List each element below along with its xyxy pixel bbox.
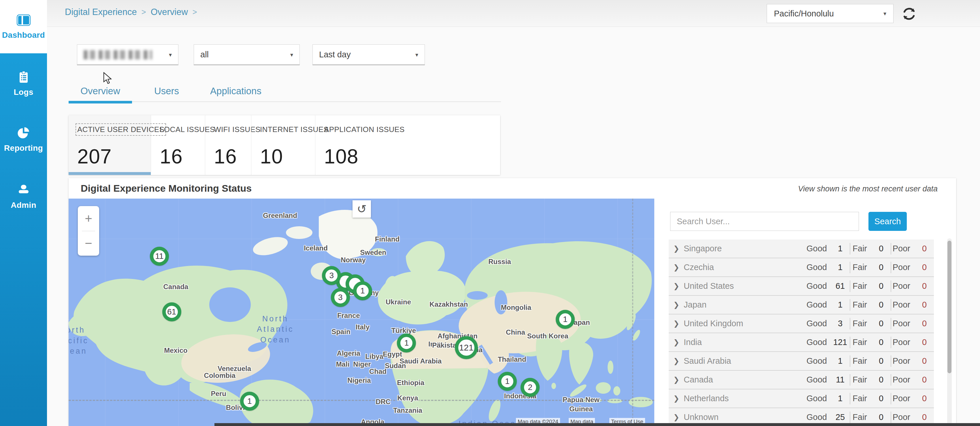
- fair-value: 0: [872, 319, 891, 328]
- fair-value: 0: [872, 375, 891, 385]
- poor-label: Poor: [891, 412, 915, 422]
- sidebar: Dashboard Logs Reporting Admin: [0, 0, 47, 426]
- chevron-right-icon[interactable]: ❯: [669, 320, 684, 328]
- chevron-down-icon: ▾: [290, 51, 293, 58]
- map-place-label: Papua New Guinea: [563, 395, 600, 414]
- country-row[interactable]: ❯ India Good 121 Fair 0 Poor 0: [669, 333, 934, 352]
- country-row[interactable]: ❯ Canada Good 11 Fair 0 Poor 0: [669, 371, 934, 389]
- chevron-right-icon[interactable]: ❯: [669, 282, 684, 290]
- map-cluster-marker[interactable]: 61: [162, 302, 181, 321]
- good-label: Good: [807, 394, 831, 403]
- country-row[interactable]: ❯ Netherlands Good 1 Fair 0 Poor 0: [669, 389, 934, 408]
- time-range-select[interactable]: Last day ▾: [312, 45, 425, 65]
- refresh-button[interactable]: [901, 6, 917, 22]
- map-place-label: Egypt: [383, 350, 402, 359]
- map-cluster-marker[interactable]: 11: [150, 247, 169, 266]
- stat-cell[interactable]: INTERNET ISSUES 10: [251, 115, 315, 175]
- map-place-label: Peru: [211, 389, 226, 398]
- map-place-label: Ukraine: [386, 297, 411, 307]
- stat-value: 10: [260, 145, 315, 168]
- breadcrumb-separator: >: [142, 8, 146, 17]
- stat-value: 16: [214, 145, 251, 168]
- chevron-right-icon[interactable]: ❯: [669, 413, 684, 421]
- poor-value: 0: [915, 244, 934, 253]
- sidebar-item-dashboard[interactable]: Dashboard: [0, 0, 47, 53]
- reporting-icon: [16, 127, 31, 140]
- map-place-label: Mongolia: [501, 303, 531, 312]
- search-input[interactable]: [670, 212, 859, 231]
- tab-overview[interactable]: Overview: [68, 81, 132, 102]
- zoom-in-button[interactable]: +: [78, 206, 99, 231]
- scope-filter-select[interactable]: all ▾: [194, 45, 300, 65]
- fair-value: 0: [872, 356, 891, 366]
- poor-value: 0: [915, 356, 934, 366]
- chevron-down-icon: ▾: [169, 51, 172, 58]
- good-label: Good: [807, 262, 831, 272]
- map-cluster-marker[interactable]: 121: [455, 336, 478, 359]
- sidebar-item-reporting[interactable]: Reporting: [0, 122, 47, 157]
- sidebar-item-admin[interactable]: Admin: [0, 179, 47, 215]
- chevron-right-icon[interactable]: ❯: [669, 375, 684, 384]
- tab-bar: OverviewUsersApplications: [68, 81, 501, 102]
- stat-cell[interactable]: ACTIVE USER DEVICES 207: [68, 115, 151, 175]
- chevron-right-icon[interactable]: ❯: [669, 357, 684, 365]
- stat-label: APPLICATION ISSUES: [324, 125, 405, 134]
- timezone-select[interactable]: Pacific/Honolulu ▾: [767, 4, 894, 23]
- tab-users[interactable]: Users: [143, 81, 190, 102]
- map-place-label: Chad: [369, 367, 387, 376]
- zoom-out-button[interactable]: −: [78, 231, 99, 256]
- good-value: 1: [831, 262, 850, 272]
- chevron-right-icon[interactable]: ❯: [669, 338, 684, 347]
- poor-value: 0: [915, 394, 934, 403]
- search-button[interactable]: Search: [869, 212, 907, 231]
- country-name: Saudi Arabia: [684, 356, 807, 366]
- scrollbar-track[interactable]: [947, 238, 952, 426]
- country-row[interactable]: ❯ United States Good 61 Fair 0 Poor 0: [669, 277, 934, 296]
- map-place-label: Niger: [353, 360, 371, 369]
- map-place-label: DRC: [375, 397, 391, 406]
- refresh-icon: [901, 6, 917, 22]
- stat-cell[interactable]: LOCAL ISSUES 16: [151, 115, 205, 175]
- country-row[interactable]: ❯ Saudi Arabia Good 1 Fair 0 Poor 0: [669, 352, 934, 371]
- good-value: 1: [831, 394, 850, 403]
- good-value: 3: [831, 319, 850, 328]
- map-cluster-marker[interactable]: 1: [353, 281, 372, 300]
- video-progress-strip: [215, 423, 980, 426]
- org-filter-select[interactable]: ▾: [77, 45, 178, 65]
- chevron-right-icon[interactable]: ❯: [669, 263, 684, 272]
- country-row[interactable]: ❯ Japan Good 1 Fair 0 Poor 0: [669, 296, 934, 315]
- timezone-value: Pacific/Honolulu: [774, 9, 834, 18]
- country-row[interactable]: ❯ United Kingdom Good 3 Fair 0 Poor 0: [669, 315, 934, 333]
- country-name: India: [684, 337, 807, 347]
- map-cluster-marker[interactable]: 1: [556, 310, 575, 329]
- map-cluster-marker[interactable]: 3: [322, 266, 341, 285]
- sidebar-item-logs[interactable]: Logs: [0, 67, 47, 101]
- fair-value: 0: [872, 300, 891, 310]
- stat-cell[interactable]: WIFI ISSUES 16: [205, 115, 251, 175]
- map-cluster-marker[interactable]: 3: [331, 288, 350, 307]
- tab-applications[interactable]: Applications: [198, 81, 273, 102]
- map-cluster-marker[interactable]: 2: [520, 378, 539, 397]
- breadcrumb-link-digital-experience[interactable]: Digital Experience: [65, 7, 137, 17]
- poor-value: 0: [915, 319, 934, 328]
- stat-value: 108: [324, 145, 500, 168]
- sidebar-item-label: Admin: [11, 200, 36, 210]
- breadcrumb: Digital Experience > Overview >: [65, 7, 197, 17]
- stat-cell[interactable]: APPLICATION ISSUES 108: [315, 115, 500, 175]
- chevron-right-icon[interactable]: ❯: [669, 300, 684, 309]
- map-reset-button[interactable]: ↺: [353, 200, 371, 218]
- map-cluster-marker[interactable]: 1: [240, 392, 259, 411]
- fair-value: 0: [872, 244, 891, 253]
- chevron-right-icon[interactable]: ❯: [669, 245, 684, 253]
- map-place-label: Sudan: [385, 361, 406, 370]
- world-map[interactable]: GreenlandIcelandFinlandSwedenNorwayRussi…: [68, 199, 654, 426]
- scrollbar-thumb[interactable]: [947, 241, 951, 373]
- chevron-right-icon[interactable]: ❯: [669, 394, 684, 403]
- map-cluster-marker[interactable]: 1: [498, 372, 517, 391]
- country-row[interactable]: ❯ Singapore Good 1 Fair 0 Poor 0: [669, 240, 934, 258]
- breadcrumb-link-overview[interactable]: Overview: [151, 7, 188, 17]
- map-place-label: Russia: [488, 257, 511, 266]
- map-cluster-marker[interactable]: 1: [397, 334, 416, 353]
- country-row[interactable]: ❯ Czechia Good 1 Fair 0 Poor 0: [669, 258, 934, 277]
- fair-label: Fair: [850, 375, 872, 385]
